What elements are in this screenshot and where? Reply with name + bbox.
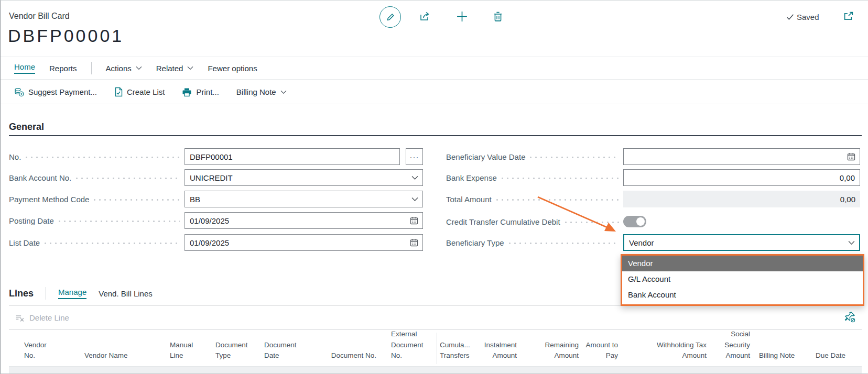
- bank-expense-field[interactable]: 0,00: [623, 169, 860, 186]
- column-header-document-no[interactable]: Document No.: [321, 350, 376, 361]
- general-section-title[interactable]: General: [9, 122, 44, 133]
- new-button[interactable]: [456, 10, 468, 23]
- vendor-bill-card-page: Vendor Bill Card Saved DBFP00001 Home: [0, 0, 868, 374]
- tab-home[interactable]: Home: [14, 62, 35, 74]
- bank-expense-label: Bank Expense: [446, 169, 619, 186]
- list-date-label: List Date: [9, 234, 180, 251]
- share-icon: [419, 12, 431, 21]
- delete-line-icon: [15, 314, 25, 322]
- column-header-withholding-tax-amount[interactable]: Withholding Tax Amount: [645, 340, 707, 361]
- column-header-remaining-amount[interactable]: Remaining Amount: [533, 340, 579, 361]
- create-list-button[interactable]: Create List: [114, 87, 165, 97]
- column-header-amount-to-pay[interactable]: Amount to Pay: [576, 340, 618, 361]
- lines-tab-manage[interactable]: Manage: [58, 288, 86, 299]
- chevron-down-icon[interactable]: [411, 175, 418, 180]
- expand-icon: [843, 12, 854, 21]
- chevron-down-icon: [136, 66, 142, 70]
- open-in-new-window-button[interactable]: [843, 12, 854, 21]
- save-status: Saved: [786, 13, 819, 21]
- column-header-manual-line[interactable]: Manual Line: [170, 340, 200, 361]
- beneficiary-type-label: Beneficiary Type: [446, 234, 619, 251]
- lines-title: Lines: [9, 288, 34, 299]
- bank-account-no-field[interactable]: UNICREDIT: [185, 169, 423, 186]
- plus-icon: [456, 10, 468, 23]
- frozen-column-divider: [437, 333, 437, 364]
- delete-line-button[interactable]: Delete Line: [15, 313, 69, 322]
- suggest-payment-button[interactable]: Suggest Payment...: [14, 87, 97, 97]
- payment-method-code-label: Payment Method Code: [9, 191, 180, 207]
- nav-divider: [91, 62, 92, 74]
- column-header-document-date[interactable]: Document Date: [264, 340, 306, 361]
- no-field[interactable]: DBFP00001: [185, 148, 400, 165]
- trash-icon: [493, 11, 503, 22]
- column-header-vendor-name[interactable]: Vendor Name: [84, 350, 147, 361]
- column-header-document-type[interactable]: Document Type: [215, 340, 257, 361]
- pin-icon: [844, 311, 856, 323]
- no-assist-edit-button[interactable]: ···: [406, 148, 423, 165]
- posting-date-field[interactable]: 01/09/2025: [185, 212, 423, 229]
- share-button[interactable]: [419, 12, 431, 21]
- column-header-vendor-no[interactable]: Vendor No.: [24, 340, 57, 361]
- payment-method-code-field[interactable]: BB: [185, 191, 423, 207]
- column-header-social-security-amount[interactable]: Social Security Amount: [712, 329, 750, 361]
- empty-grid-row[interactable]: [9, 366, 862, 374]
- calendar-icon[interactable]: [847, 152, 855, 161]
- billing-note-menu[interactable]: Billing Note: [236, 87, 287, 96]
- edit-button[interactable]: [379, 6, 401, 28]
- pencil-icon: [386, 13, 395, 22]
- calendar-icon[interactable]: [410, 216, 418, 225]
- unpin-button[interactable]: [844, 311, 856, 323]
- bank-account-no-label: Bank Account No.: [9, 169, 180, 186]
- calendar-icon[interactable]: [410, 238, 418, 247]
- tab-related[interactable]: Related: [156, 64, 194, 73]
- credit-transfer-cumulative-debit-label: Credit Transfer Cumulative Debit: [446, 213, 619, 230]
- create-list-icon: [114, 87, 123, 97]
- total-amount-label: Total Amount: [446, 191, 619, 207]
- checkmark-icon: [786, 14, 794, 20]
- chevron-down-icon[interactable]: [411, 197, 418, 202]
- chevron-down-icon[interactable]: [848, 240, 855, 245]
- credit-transfer-cumulative-debit-toggle[interactable]: [623, 216, 646, 227]
- page-caption: Vendor Bill Card: [9, 12, 70, 21]
- column-header-billing-note[interactable]: Billing Note: [759, 350, 807, 361]
- printer-icon: [182, 87, 192, 97]
- beneficiary-type-dropdown: Vendor G/L Account Bank Account: [621, 254, 864, 306]
- print-button[interactable]: Print...: [182, 87, 219, 97]
- total-amount-field: 0,00: [623, 191, 860, 207]
- no-label: No.: [9, 148, 180, 165]
- general-section-rule: [9, 135, 862, 136]
- suggest-payment-icon: [14, 87, 24, 97]
- dropdown-option-vendor[interactable]: Vendor: [622, 256, 863, 271]
- column-header-instalment-amount[interactable]: Instalment Amount: [474, 340, 517, 361]
- saved-label: Saved: [797, 13, 819, 21]
- column-header-external-document-no[interactable]: External Document No.: [391, 329, 431, 361]
- lines-tab-vend-bill-lines[interactable]: Vend. Bill Lines: [99, 289, 153, 298]
- dropdown-option-bank-account[interactable]: Bank Account: [622, 287, 863, 303]
- tab-fewer-options[interactable]: Fewer options: [208, 64, 257, 73]
- tab-actions[interactable]: Actions: [106, 64, 142, 73]
- chevron-down-icon: [187, 66, 193, 70]
- menu-bar: Home Reports Actions Related Fewer optio…: [1, 57, 868, 80]
- list-date-field[interactable]: 01/09/2025: [185, 234, 423, 251]
- beneficiary-value-date-field[interactable]: [623, 148, 860, 165]
- action-bar: Suggest Payment... Create List Print... …: [1, 80, 868, 104]
- column-header-due-date[interactable]: Due Date: [804, 350, 845, 361]
- record-title: DBFP00001: [8, 26, 124, 46]
- lines-section-header: Lines Manage Vend. Bill Lines: [9, 285, 153, 301]
- lines-divider: [46, 287, 46, 300]
- beneficiary-type-field[interactable]: Vendor: [623, 234, 860, 251]
- tab-reports[interactable]: Reports: [49, 64, 77, 73]
- posting-date-label: Posting Date: [9, 212, 180, 229]
- chevron-down-icon: [280, 90, 287, 94]
- dropdown-option-gl-account[interactable]: G/L Account: [622, 271, 863, 287]
- column-header-cumulative-transfers[interactable]: Cumula... Transfers: [440, 340, 476, 361]
- beneficiary-value-date-label: Beneficiary Value Date: [446, 148, 619, 165]
- delete-button[interactable]: [493, 11, 503, 22]
